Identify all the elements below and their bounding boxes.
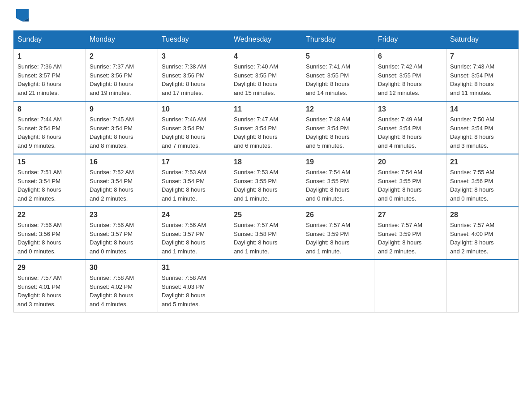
- day-number: 13: [378, 105, 442, 113]
- day-number: 26: [306, 211, 370, 219]
- calendar-cell: [230, 260, 302, 313]
- calendar-cell: 30Sunrise: 7:58 AMSunset: 4:02 PMDayligh…: [86, 260, 158, 313]
- calendar-cell: 28Sunrise: 7:57 AMSunset: 4:00 PMDayligh…: [446, 207, 519, 260]
- calendar-cell: 5Sunrise: 7:41 AMSunset: 3:55 PMDaylight…: [302, 48, 374, 101]
- calendar-cell: 27Sunrise: 7:57 AMSunset: 3:59 PMDayligh…: [374, 207, 446, 260]
- day-number: 1: [17, 52, 82, 60]
- day-number: 8: [17, 105, 82, 113]
- calendar-cell: [446, 260, 519, 313]
- calendar-cell: 17Sunrise: 7:53 AMSunset: 3:54 PMDayligh…: [158, 154, 230, 207]
- week-row-5: 29Sunrise: 7:57 AMSunset: 4:01 PMDayligh…: [14, 260, 519, 313]
- day-info: Sunrise: 7:47 AMSunset: 3:54 PMDaylight:…: [234, 116, 278, 149]
- calendar-cell: 4Sunrise: 7:40 AMSunset: 3:55 PMDaylight…: [230, 48, 302, 101]
- calendar-cell: 19Sunrise: 7:54 AMSunset: 3:55 PMDayligh…: [302, 154, 374, 207]
- day-info: Sunrise: 7:53 AMSunset: 3:55 PMDaylight:…: [234, 169, 278, 202]
- day-number: 21: [450, 158, 515, 166]
- day-number: 20: [378, 158, 442, 166]
- day-number: 3: [162, 52, 226, 60]
- calendar-cell: 25Sunrise: 7:57 AMSunset: 3:58 PMDayligh…: [230, 207, 302, 260]
- day-number: 16: [90, 158, 154, 166]
- calendar-cell: 16Sunrise: 7:52 AMSunset: 3:54 PMDayligh…: [86, 154, 158, 207]
- day-number: 30: [90, 264, 154, 272]
- day-info: Sunrise: 7:56 AMSunset: 3:56 PMDaylight:…: [17, 222, 62, 255]
- day-info: Sunrise: 7:49 AMSunset: 3:54 PMDaylight:…: [378, 116, 422, 149]
- calendar-table: SundayMondayTuesdayWednesdayThursdayFrid…: [13, 30, 519, 313]
- calendar-cell: 8Sunrise: 7:44 AMSunset: 3:54 PMDaylight…: [14, 101, 86, 154]
- day-info: Sunrise: 7:58 AMSunset: 4:02 PMDaylight:…: [90, 274, 134, 308]
- weekday-header-tuesday: Tuesday: [158, 31, 230, 49]
- day-number: 29: [17, 264, 82, 272]
- day-number: 11: [234, 105, 298, 113]
- day-number: 25: [234, 211, 298, 219]
- page-header: [13, 9, 519, 21]
- day-info: Sunrise: 7:51 AMSunset: 3:54 PMDaylight:…: [17, 169, 62, 202]
- day-info: Sunrise: 7:55 AMSunset: 3:56 PMDaylight:…: [450, 169, 494, 202]
- calendar-cell: 13Sunrise: 7:49 AMSunset: 3:54 PMDayligh…: [374, 101, 446, 154]
- week-row-1: 1Sunrise: 7:36 AMSunset: 3:57 PMDaylight…: [14, 48, 519, 101]
- day-info: Sunrise: 7:57 AMSunset: 4:00 PMDaylight:…: [450, 222, 494, 255]
- day-number: 10: [162, 105, 226, 113]
- weekday-header-sunday: Sunday: [14, 31, 86, 49]
- calendar-cell: 7Sunrise: 7:43 AMSunset: 3:54 PMDaylight…: [446, 48, 519, 101]
- day-number: 15: [17, 158, 82, 166]
- calendar-cell: 12Sunrise: 7:48 AMSunset: 3:54 PMDayligh…: [302, 101, 374, 154]
- day-number: 19: [306, 158, 370, 166]
- day-number: 2: [90, 52, 154, 60]
- day-number: 18: [234, 158, 298, 166]
- day-number: 27: [378, 211, 442, 219]
- weekday-header-monday: Monday: [86, 31, 158, 49]
- day-number: 9: [90, 105, 154, 113]
- calendar-cell: [302, 260, 374, 313]
- weekday-header-wednesday: Wednesday: [230, 31, 302, 49]
- day-info: Sunrise: 7:56 AMSunset: 3:57 PMDaylight:…: [90, 222, 134, 255]
- calendar-cell: 21Sunrise: 7:55 AMSunset: 3:56 PMDayligh…: [446, 154, 519, 207]
- day-info: Sunrise: 7:43 AMSunset: 3:54 PMDaylight:…: [450, 63, 494, 96]
- weekday-header-saturday: Saturday: [446, 31, 519, 49]
- day-info: Sunrise: 7:41 AMSunset: 3:55 PMDaylight:…: [306, 63, 350, 96]
- day-info: Sunrise: 7:50 AMSunset: 3:54 PMDaylight:…: [450, 116, 494, 149]
- calendar-cell: 22Sunrise: 7:56 AMSunset: 3:56 PMDayligh…: [14, 207, 86, 260]
- day-info: Sunrise: 7:38 AMSunset: 3:56 PMDaylight:…: [162, 63, 206, 96]
- calendar-cell: 23Sunrise: 7:56 AMSunset: 3:57 PMDayligh…: [86, 207, 158, 260]
- calendar-cell: 3Sunrise: 7:38 AMSunset: 3:56 PMDaylight…: [158, 48, 230, 101]
- day-number: 6: [378, 52, 442, 60]
- calendar-cell: 2Sunrise: 7:37 AMSunset: 3:56 PMDaylight…: [86, 48, 158, 101]
- day-number: 5: [306, 52, 370, 60]
- calendar-cell: 6Sunrise: 7:42 AMSunset: 3:55 PMDaylight…: [374, 48, 446, 101]
- weekday-header-row: SundayMondayTuesdayWednesdayThursdayFrid…: [14, 31, 519, 49]
- day-info: Sunrise: 7:48 AMSunset: 3:54 PMDaylight:…: [306, 116, 350, 149]
- calendar-cell: 31Sunrise: 7:58 AMSunset: 4:03 PMDayligh…: [158, 260, 230, 313]
- day-info: Sunrise: 7:57 AMSunset: 4:01 PMDaylight:…: [17, 274, 62, 308]
- day-info: Sunrise: 7:44 AMSunset: 3:54 PMDaylight:…: [17, 116, 62, 149]
- day-info: Sunrise: 7:45 AMSunset: 3:54 PMDaylight:…: [90, 116, 134, 149]
- calendar-cell: 29Sunrise: 7:57 AMSunset: 4:01 PMDayligh…: [14, 260, 86, 313]
- day-info: Sunrise: 7:54 AMSunset: 3:55 PMDaylight:…: [378, 169, 422, 202]
- weekday-header-friday: Friday: [374, 31, 446, 49]
- week-row-2: 8Sunrise: 7:44 AMSunset: 3:54 PMDaylight…: [14, 101, 519, 154]
- day-info: Sunrise: 7:37 AMSunset: 3:56 PMDaylight:…: [90, 63, 134, 96]
- day-info: Sunrise: 7:52 AMSunset: 3:54 PMDaylight:…: [90, 169, 134, 202]
- calendar-cell: 26Sunrise: 7:57 AMSunset: 3:59 PMDayligh…: [302, 207, 374, 260]
- calendar-cell: 10Sunrise: 7:46 AMSunset: 3:54 PMDayligh…: [158, 101, 230, 154]
- day-number: 22: [17, 211, 82, 219]
- day-number: 12: [306, 105, 370, 113]
- day-number: 17: [162, 158, 226, 166]
- calendar-cell: 1Sunrise: 7:36 AMSunset: 3:57 PMDaylight…: [14, 48, 86, 101]
- day-number: 14: [450, 105, 515, 113]
- day-info: Sunrise: 7:46 AMSunset: 3:54 PMDaylight:…: [162, 116, 206, 149]
- calendar-cell: 24Sunrise: 7:56 AMSunset: 3:57 PMDayligh…: [158, 207, 230, 260]
- calendar-cell: 9Sunrise: 7:45 AMSunset: 3:54 PMDaylight…: [86, 101, 158, 154]
- day-info: Sunrise: 7:53 AMSunset: 3:54 PMDaylight:…: [162, 169, 206, 202]
- day-number: 24: [162, 211, 226, 219]
- calendar-cell: 11Sunrise: 7:47 AMSunset: 3:54 PMDayligh…: [230, 101, 302, 154]
- day-number: 31: [162, 264, 226, 272]
- day-info: Sunrise: 7:57 AMSunset: 3:59 PMDaylight:…: [378, 222, 422, 255]
- day-info: Sunrise: 7:56 AMSunset: 3:57 PMDaylight:…: [162, 222, 206, 255]
- weekday-header-thursday: Thursday: [302, 31, 374, 49]
- logo: [13, 9, 30, 21]
- day-info: Sunrise: 7:42 AMSunset: 3:55 PMDaylight:…: [378, 63, 422, 96]
- week-row-3: 15Sunrise: 7:51 AMSunset: 3:54 PMDayligh…: [14, 154, 519, 207]
- day-number: 4: [234, 52, 298, 60]
- day-number: 7: [450, 52, 515, 60]
- day-info: Sunrise: 7:40 AMSunset: 3:55 PMDaylight:…: [234, 63, 278, 96]
